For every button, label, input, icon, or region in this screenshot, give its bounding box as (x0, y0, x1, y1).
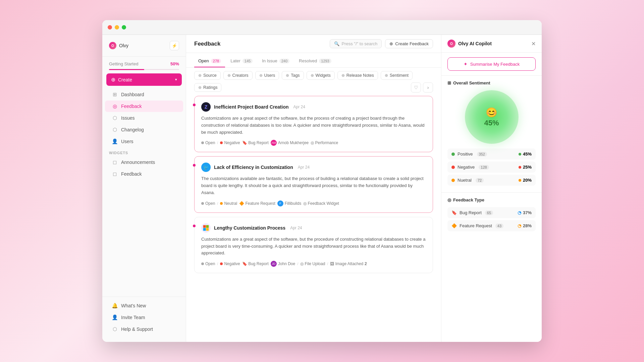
bug-count: 65 (485, 210, 493, 215)
feature-pct: ◔ 28% (518, 223, 532, 228)
card-title-2: Lack of Efficiency in Customization (214, 165, 293, 170)
filter-source[interactable]: ⊕ Source (194, 71, 221, 80)
filter-tags[interactable]: ⊕ Tags (282, 71, 304, 80)
tags-filter-icon: ⊕ (286, 73, 289, 78)
sidebar-item-invite-team[interactable]: 👤 Invite Team (105, 312, 183, 323)
progress-bar (109, 69, 179, 70)
search-box[interactable]: 🔍 Press "/" to search (330, 39, 382, 48)
tag-neutral-2: Neutral (220, 201, 237, 206)
sidebar-item-users[interactable]: 👤 Users (105, 136, 183, 147)
feedback-card-2[interactable]: 🐦 Lack of Efficiency in Customization Ap… (194, 156, 433, 213)
app-window: O Olvy ⚡ Getting Started 50% ⊕ Create ▾ … (102, 20, 542, 342)
sidebar-item-dashboard[interactable]: ⊞ Dashboard (105, 89, 183, 100)
feature-count: 43 (495, 224, 503, 228)
neutral-count: 72 (476, 178, 484, 183)
invite-icon: 👤 (112, 314, 118, 320)
filter-sentiment-label: Sentiment (390, 73, 409, 78)
sidebar-nav: ⊞ Dashboard ◎ Feedback ⬡ Issues ⬡ Change… (102, 88, 186, 297)
tab-resolved[interactable]: Resolved 1293 (295, 56, 335, 67)
tag-negative-3: Negative (220, 261, 240, 266)
close-window-button[interactable] (108, 25, 112, 29)
sentiment-dot (220, 262, 223, 265)
filter-users[interactable]: ⊕ Users (255, 71, 279, 80)
tab-open-badge: 278 (211, 59, 221, 63)
feature-request-label: Feature Request (460, 223, 492, 228)
sidebar-item-issues[interactable]: ⬡ Issues (105, 112, 183, 124)
getting-started-row: Getting Started 50% (102, 59, 186, 68)
neutral-label: Nuetral (458, 178, 472, 183)
sidebar: O Olvy ⚡ Getting Started 50% ⊕ Create ▾ … (102, 35, 186, 342)
svg-rect-1 (206, 225, 209, 228)
status-dot (201, 141, 204, 144)
tab-in-issue[interactable]: In Issue 240 (258, 56, 293, 67)
avatar-2: F (277, 200, 283, 206)
users-icon: 👤 (112, 138, 118, 144)
close-panel-button[interactable]: ✕ (531, 41, 536, 47)
card-dot-2 (193, 164, 196, 167)
sentiment-circle: 😊 45% (465, 90, 519, 144)
tab-later[interactable]: Later 145 (226, 56, 257, 67)
happy-face-icon: 😊 (486, 107, 497, 118)
neutral-pct-dot (519, 179, 521, 182)
chevron-down-icon: ▾ (175, 77, 177, 82)
status-dot (201, 262, 204, 265)
sidebar-item-feedback[interactable]: ◎ Feedback (105, 101, 183, 112)
sidebar-item-feedback-widget[interactable]: ◻ Feedback (105, 168, 183, 180)
status-dot (201, 202, 204, 205)
card-title-1: Inefficient Project Board Creation (214, 104, 288, 110)
filter-creators[interactable]: ⊕ Creators (223, 71, 253, 80)
chevron-right-button[interactable]: › (423, 82, 433, 93)
card-dot-1 (193, 104, 196, 106)
sidebar-item-changelog[interactable]: ⬡ Changelog (105, 124, 183, 135)
heart-button[interactable]: ♡ (411, 82, 421, 93)
sentiment-section: ⊞ Overall Sentiment 😊 45% Positive 352 (441, 75, 542, 192)
filter-creators-label: Creators (232, 73, 249, 78)
create-button[interactable]: ⊕ Create ▾ (106, 73, 182, 86)
sidebar-top: O Olvy ⚡ (102, 39, 186, 57)
help-icon: ⬡ (112, 326, 118, 332)
sentiment-row-neutral: Nuetral 72 20% (447, 175, 536, 186)
svg-rect-3 (206, 228, 209, 231)
users-filter-icon: ⊕ (259, 73, 263, 78)
create-icon: ⊕ (111, 76, 115, 83)
positive-label: Positive (458, 152, 473, 157)
feedback-type-section: ◎ Feedback Type 🔖 Bug Report 65 ◔ 37% (441, 192, 542, 238)
sentiment-row-negative: Negative 128 25% (447, 162, 536, 173)
filter-widgets[interactable]: ⊕ Widgets (307, 71, 335, 80)
feedback-card-3[interactable]: Lengthy Customization Process Apr 24 Cus… (194, 217, 433, 273)
card-tags-3: Open / Negative 🔖 Bug Report JD John Doe… (201, 261, 426, 267)
minimize-window-button[interactable] (115, 25, 119, 29)
arc-icon-orange: ◔ (518, 223, 521, 228)
source-filter-icon: ⊕ (198, 73, 202, 78)
getting-started-label: Getting Started (109, 61, 138, 66)
tab-resolved-label: Resolved (299, 58, 317, 63)
sentiment-positive-left: Positive 352 (451, 152, 487, 157)
feedback-type-label: Feedback Type (453, 197, 484, 202)
sidebar-item-label: Feedback (121, 171, 142, 177)
widgets-filter-icon: ⊕ (311, 73, 314, 78)
tab-in-issue-badge: 240 (279, 59, 289, 63)
feedback-type-title: ◎ Feedback Type (447, 197, 536, 202)
create-feedback-button[interactable]: ⊕ Create Feedback (385, 39, 433, 48)
summarise-button[interactable]: ✦ Summarise My Feedback (447, 57, 536, 71)
sidebar-item-announcements[interactable]: ◻ Announcements (105, 157, 183, 168)
sidebar-action-button[interactable]: ⚡ (170, 41, 179, 50)
filter-ratings[interactable]: ⊕ Ratings (194, 83, 221, 92)
filter-sentiment[interactable]: ⊕ Sentiment (381, 71, 413, 80)
tag-bug-3: 🔖 Bug Report (242, 261, 269, 266)
maximize-window-button[interactable] (122, 25, 126, 29)
arc-icon-blue: ◔ (518, 210, 521, 215)
sidebar-item-help[interactable]: ⬡ Help & Support (105, 323, 183, 335)
sidebar-item-whats-new[interactable]: 🔔 What's New (105, 300, 183, 311)
feedback-card-1[interactable]: Z Inefficient Project Board Creation Apr… (194, 96, 433, 152)
filter-source-label: Source (203, 73, 217, 78)
sidebar-item-label: Feedback (121, 104, 142, 109)
tab-open[interactable]: Open 278 (194, 56, 225, 67)
filter-release-notes[interactable]: ⊕ Release Notes (337, 71, 378, 80)
getting-started-pct: 50% (170, 61, 179, 66)
neutral-dot (451, 179, 455, 182)
sidebar-bottom: 🔔 What's New 👤 Invite Team ⬡ Help & Supp… (102, 297, 186, 338)
workspace-button[interactable]: O Olvy ⚡ (106, 39, 182, 52)
titlebar (102, 20, 542, 35)
card-tags-1: Open / Negative 🔖 Bug Report AM Arnob Mu… (201, 140, 426, 146)
